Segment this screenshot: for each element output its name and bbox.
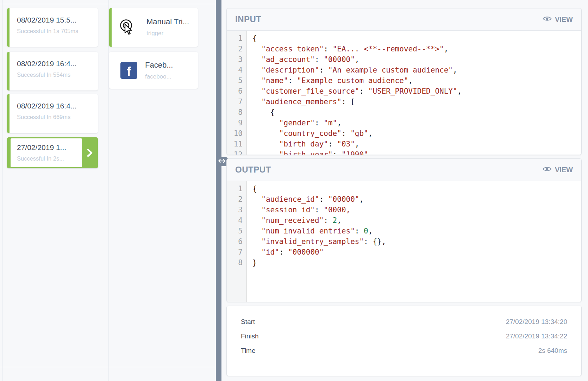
eye-icon [543, 166, 552, 174]
run-timestamp: 27/02/2019 1... [17, 143, 66, 152]
detail-label: Time [241, 347, 256, 355]
step-card-body: f Faceb... faceboo... [113, 53, 182, 88]
top-rule [0, 4, 216, 4]
input-panel-header: INPUT VIEW [227, 8, 581, 31]
output-code-area: 12345678 { "audience_id": "00000", "sess… [227, 181, 581, 302]
left-right-arrow-icon [217, 158, 226, 165]
manual-trigger-icon [119, 19, 136, 36]
step-type: trigger [146, 30, 163, 37]
detail-value: 27/02/2019 13:34:22 [506, 332, 567, 340]
eye-icon [543, 15, 552, 24]
left-edge-rule [2, 0, 3, 381]
output-panel: OUTPUT VIEW 12345678 { "audience_id": "0… [226, 158, 582, 302]
json-code: { "access_token": "EA... <**--removed--*… [247, 31, 462, 155]
chevron-right-icon [184, 65, 195, 76]
step-facebook-selected[interactable]: f Faceb... faceboo... [109, 52, 198, 89]
step-manual-trigger[interactable]: Manual Tri... trigger [109, 8, 198, 47]
input-view-button[interactable]: VIEW [543, 15, 573, 24]
run-card-body: 27/02/2019 1... Successful In 2s... [11, 138, 82, 167]
facebook-icon: f [120, 62, 137, 79]
success-status-bar [7, 52, 10, 90]
panel-resize-divider[interactable] [216, 0, 221, 381]
resize-handle[interactable] [216, 157, 228, 166]
run-list-item-selected[interactable]: 27/02/2019 1... Successful In 2s... [7, 137, 98, 168]
success-status-bar [7, 94, 10, 133]
detail-row-time: Time 2s 640ms [241, 343, 567, 358]
run-list-item[interactable]: 08/02/2019 16:4... Successful In 554ms [7, 52, 98, 90]
run-list-item[interactable]: 08/02/2019 16:4... Successful In 669ms [7, 94, 98, 133]
detail-label: Start [241, 318, 255, 326]
input-panel-title: INPUT [235, 14, 262, 24]
run-timestamp: 08/02/2019 16:4... [17, 60, 76, 68]
chevron-right-icon [85, 148, 95, 158]
view-label: VIEW [555, 166, 573, 174]
run-status: Successful In 669ms [17, 114, 70, 120]
detail-value: 27/02/2019 13:34:20 [506, 318, 567, 326]
view-label: VIEW [555, 15, 573, 24]
column-divider-rule [108, 0, 109, 381]
line-number-gutter: 12345678 [227, 181, 247, 302]
input-code-area: 123456789101112 { "access_token": "EA...… [227, 31, 581, 155]
line-number-gutter: 123456789101112 [227, 31, 247, 155]
step-title: Manual Tri... [146, 17, 189, 26]
execution-details-panel: Start 27/02/2019 13:34:20 Finish 27/02/2… [226, 306, 582, 376]
run-status: Successful In 2s... [17, 155, 64, 162]
output-view-button[interactable]: VIEW [543, 166, 573, 174]
detail-value: 2s 640ms [538, 347, 567, 355]
detail-label: Finish [241, 332, 259, 340]
success-status-bar [7, 8, 10, 47]
success-status-bar [109, 8, 112, 47]
run-status: Successful In 554ms [17, 71, 70, 78]
step-type: faceboo... [145, 73, 171, 80]
json-code: { "audience_id": "00000", "session_id": … [247, 181, 386, 302]
output-panel-header: OUTPUT VIEW [227, 159, 581, 181]
step-title: Faceb... [145, 61, 173, 70]
run-status: Successful In 1s 705ms [17, 28, 78, 35]
run-list-item[interactable]: 08/02/2019 15:5... Successful In 1s 705m… [7, 8, 98, 47]
bottom-rule [0, 367, 216, 367]
detail-row-finish: Finish 27/02/2019 13:34:22 [241, 329, 567, 343]
run-timestamp: 08/02/2019 15:5... [17, 16, 76, 24]
input-panel: INPUT VIEW 123456789101112 { "access_tok… [226, 8, 582, 155]
detail-row-start: Start 27/02/2019 13:34:20 [241, 314, 567, 329]
run-timestamp: 08/02/2019 16:4... [17, 102, 76, 110]
output-panel-title: OUTPUT [235, 165, 271, 175]
